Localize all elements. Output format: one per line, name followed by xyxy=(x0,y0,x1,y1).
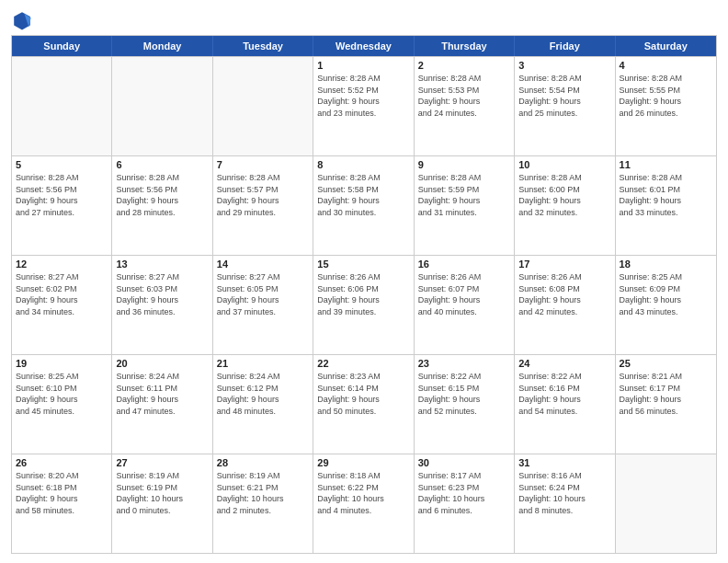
day-number: 18 xyxy=(620,259,712,270)
day-info: Sunrise: 8:24 AM Sunset: 6:11 PM Dayligh… xyxy=(116,371,208,417)
day-info: Sunrise: 8:28 AM Sunset: 5:57 PM Dayligh… xyxy=(217,172,309,218)
calendar-week-row: 26Sunrise: 8:20 AM Sunset: 6:18 PM Dayli… xyxy=(12,454,716,553)
day-number: 26 xyxy=(16,457,108,468)
calendar-day-cell: 15Sunrise: 8:26 AM Sunset: 6:06 PM Dayli… xyxy=(313,256,414,354)
calendar-header-row: SundayMondayTuesdayWednesdayThursdayFrid… xyxy=(12,36,716,56)
calendar-week-row: 19Sunrise: 8:25 AM Sunset: 6:10 PM Dayli… xyxy=(12,354,716,454)
calendar-day-cell: 21Sunrise: 8:24 AM Sunset: 6:12 PM Dayli… xyxy=(213,355,313,454)
calendar-day-cell: 9Sunrise: 8:28 AM Sunset: 5:59 PM Daylig… xyxy=(415,156,515,255)
calendar-header-cell: Tuesday xyxy=(213,36,313,56)
day-number: 1 xyxy=(317,60,409,71)
day-number: 14 xyxy=(217,259,309,270)
calendar-header-cell: Monday xyxy=(112,36,212,56)
header xyxy=(11,9,717,31)
day-info: Sunrise: 8:28 AM Sunset: 5:56 PM Dayligh… xyxy=(116,172,208,218)
calendar-day-cell: 26Sunrise: 8:20 AM Sunset: 6:18 PM Dayli… xyxy=(12,454,112,553)
calendar-day-cell xyxy=(213,57,313,155)
day-number: 22 xyxy=(317,358,409,369)
calendar-day-cell xyxy=(616,454,716,553)
day-info: Sunrise: 8:19 AM Sunset: 6:21 PM Dayligh… xyxy=(217,470,309,516)
day-info: Sunrise: 8:18 AM Sunset: 6:22 PM Dayligh… xyxy=(317,470,409,516)
day-info: Sunrise: 8:24 AM Sunset: 6:12 PM Dayligh… xyxy=(217,371,309,417)
day-info: Sunrise: 8:25 AM Sunset: 6:10 PM Dayligh… xyxy=(16,371,108,417)
page: SundayMondayTuesdayWednesdayThursdayFrid… xyxy=(0,0,728,563)
day-number: 31 xyxy=(518,457,610,468)
calendar-day-cell: 14Sunrise: 8:27 AM Sunset: 6:05 PM Dayli… xyxy=(213,256,313,354)
calendar-day-cell xyxy=(12,57,112,155)
day-info: Sunrise: 8:26 AM Sunset: 6:08 PM Dayligh… xyxy=(518,271,610,317)
day-info: Sunrise: 8:28 AM Sunset: 5:58 PM Dayligh… xyxy=(317,172,409,218)
day-number: 8 xyxy=(317,159,409,170)
calendar-day-cell: 24Sunrise: 8:22 AM Sunset: 6:16 PM Dayli… xyxy=(515,355,615,454)
day-info: Sunrise: 8:26 AM Sunset: 6:07 PM Dayligh… xyxy=(418,271,510,317)
day-number: 5 xyxy=(16,159,108,170)
day-number: 23 xyxy=(418,358,510,369)
day-number: 21 xyxy=(217,358,309,369)
calendar-header-cell: Sunday xyxy=(12,36,112,56)
calendar-day-cell: 16Sunrise: 8:26 AM Sunset: 6:07 PM Dayli… xyxy=(415,256,515,354)
calendar-day-cell: 28Sunrise: 8:19 AM Sunset: 6:21 PM Dayli… xyxy=(213,454,313,553)
calendar-header-cell: Saturday xyxy=(616,36,716,56)
calendar-header-cell: Wednesday xyxy=(313,36,414,56)
day-number: 4 xyxy=(620,60,712,71)
calendar-header-cell: Friday xyxy=(515,36,615,56)
calendar-day-cell: 12Sunrise: 8:27 AM Sunset: 6:02 PM Dayli… xyxy=(12,256,112,354)
day-number: 17 xyxy=(518,259,610,270)
calendar-day-cell: 18Sunrise: 8:25 AM Sunset: 6:09 PM Dayli… xyxy=(616,256,716,354)
day-number: 12 xyxy=(16,259,108,270)
calendar-day-cell: 29Sunrise: 8:18 AM Sunset: 6:22 PM Dayli… xyxy=(313,454,414,553)
logo xyxy=(11,9,37,31)
day-number: 24 xyxy=(518,358,610,369)
day-info: Sunrise: 8:27 AM Sunset: 6:03 PM Dayligh… xyxy=(116,271,208,317)
day-info: Sunrise: 8:28 AM Sunset: 5:52 PM Dayligh… xyxy=(317,73,409,119)
day-number: 27 xyxy=(116,457,208,468)
calendar-day-cell: 27Sunrise: 8:19 AM Sunset: 6:19 PM Dayli… xyxy=(112,454,212,553)
day-number: 6 xyxy=(116,159,208,170)
calendar-day-cell: 25Sunrise: 8:21 AM Sunset: 6:17 PM Dayli… xyxy=(616,355,716,454)
calendar-day-cell: 5Sunrise: 8:28 AM Sunset: 5:56 PM Daylig… xyxy=(12,156,112,255)
day-info: Sunrise: 8:28 AM Sunset: 5:56 PM Dayligh… xyxy=(16,172,108,218)
day-number: 10 xyxy=(518,159,610,170)
day-number: 9 xyxy=(418,159,510,170)
calendar-day-cell: 13Sunrise: 8:27 AM Sunset: 6:03 PM Dayli… xyxy=(112,256,212,354)
calendar-day-cell: 2Sunrise: 8:28 AM Sunset: 5:53 PM Daylig… xyxy=(415,57,515,155)
calendar-day-cell: 17Sunrise: 8:26 AM Sunset: 6:08 PM Dayli… xyxy=(515,256,615,354)
day-info: Sunrise: 8:22 AM Sunset: 6:15 PM Dayligh… xyxy=(418,371,510,417)
day-info: Sunrise: 8:19 AM Sunset: 6:19 PM Dayligh… xyxy=(116,470,208,516)
day-info: Sunrise: 8:28 AM Sunset: 6:01 PM Dayligh… xyxy=(620,172,712,218)
day-info: Sunrise: 8:28 AM Sunset: 5:53 PM Dayligh… xyxy=(418,73,510,119)
calendar: SundayMondayTuesdayWednesdayThursdayFrid… xyxy=(11,35,717,554)
calendar-day-cell: 20Sunrise: 8:24 AM Sunset: 6:11 PM Dayli… xyxy=(112,355,212,454)
day-number: 13 xyxy=(116,259,208,270)
logo-icon xyxy=(11,9,33,31)
day-info: Sunrise: 8:28 AM Sunset: 5:59 PM Dayligh… xyxy=(418,172,510,218)
day-info: Sunrise: 8:20 AM Sunset: 6:18 PM Dayligh… xyxy=(16,470,108,516)
day-number: 30 xyxy=(418,457,510,468)
day-info: Sunrise: 8:27 AM Sunset: 6:02 PM Dayligh… xyxy=(16,271,108,317)
calendar-day-cell: 11Sunrise: 8:28 AM Sunset: 6:01 PM Dayli… xyxy=(616,156,716,255)
day-info: Sunrise: 8:28 AM Sunset: 6:00 PM Dayligh… xyxy=(518,172,610,218)
calendar-day-cell: 31Sunrise: 8:16 AM Sunset: 6:24 PM Dayli… xyxy=(515,454,615,553)
calendar-day-cell: 1Sunrise: 8:28 AM Sunset: 5:52 PM Daylig… xyxy=(313,57,414,155)
calendar-day-cell: 8Sunrise: 8:28 AM Sunset: 5:58 PM Daylig… xyxy=(313,156,414,255)
day-number: 7 xyxy=(217,159,309,170)
calendar-week-row: 5Sunrise: 8:28 AM Sunset: 5:56 PM Daylig… xyxy=(12,155,716,255)
day-number: 25 xyxy=(620,358,712,369)
day-info: Sunrise: 8:16 AM Sunset: 6:24 PM Dayligh… xyxy=(518,470,610,516)
day-number: 28 xyxy=(217,457,309,468)
calendar-day-cell: 22Sunrise: 8:23 AM Sunset: 6:14 PM Dayli… xyxy=(313,355,414,454)
day-number: 19 xyxy=(16,358,108,369)
calendar-day-cell xyxy=(112,57,212,155)
calendar-day-cell: 7Sunrise: 8:28 AM Sunset: 5:57 PM Daylig… xyxy=(213,156,313,255)
calendar-header-cell: Thursday xyxy=(415,36,515,56)
day-info: Sunrise: 8:28 AM Sunset: 5:54 PM Dayligh… xyxy=(518,73,610,119)
calendar-week-row: 1Sunrise: 8:28 AM Sunset: 5:52 PM Daylig… xyxy=(12,56,716,155)
calendar-body: 1Sunrise: 8:28 AM Sunset: 5:52 PM Daylig… xyxy=(12,56,716,553)
calendar-day-cell: 23Sunrise: 8:22 AM Sunset: 6:15 PM Dayli… xyxy=(415,355,515,454)
day-number: 3 xyxy=(518,60,610,71)
day-info: Sunrise: 8:21 AM Sunset: 6:17 PM Dayligh… xyxy=(620,371,712,417)
day-number: 2 xyxy=(418,60,510,71)
day-number: 11 xyxy=(620,159,712,170)
day-info: Sunrise: 8:27 AM Sunset: 6:05 PM Dayligh… xyxy=(217,271,309,317)
day-number: 15 xyxy=(317,259,409,270)
